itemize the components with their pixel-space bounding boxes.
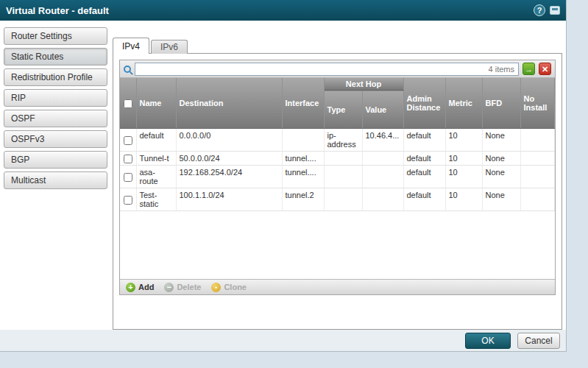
clone-icon bbox=[211, 283, 221, 292]
sidebar-item-static-routes[interactable]: Static Routes bbox=[4, 48, 107, 66]
cell-admin-distance: default bbox=[403, 166, 445, 188]
cell-checkbox bbox=[120, 129, 136, 152]
row-checkbox[interactable] bbox=[124, 136, 132, 145]
table-row[interactable]: default 0.0.0.0/0 ip-address 10.46.4... … bbox=[120, 129, 555, 152]
table-empty-area bbox=[120, 211, 555, 279]
cell-destination: 100.1.1.0/24 bbox=[176, 188, 282, 211]
cell-admin-distance: default bbox=[403, 152, 445, 166]
virtual-router-dialog: Virtual Router - default ? Router Settin… bbox=[0, 0, 567, 352]
sidebar-item-multicast[interactable]: Multicast bbox=[4, 171, 107, 189]
cell-value bbox=[362, 152, 403, 166]
search-bar: 4 items → ✕ bbox=[120, 60, 555, 78]
main-content: IPv4 IPv6 4 items → ✕ bbox=[110, 21, 566, 330]
table-row[interactable]: Tunnel-t 50.0.0.0/24 tunnel.... default … bbox=[120, 152, 555, 166]
col-header-metric[interactable]: Metric bbox=[445, 78, 482, 129]
cell-interface: tunnel.2 bbox=[282, 188, 324, 211]
static-routes-panel: 4 items → ✕ Name Desti bbox=[113, 53, 562, 330]
titlebar-icons: ? bbox=[534, 4, 560, 16]
cancel-button[interactable]: Cancel bbox=[517, 333, 560, 349]
static-routes-table: Name Destination Interface Next Hop Admi… bbox=[120, 78, 555, 211]
dialog-footer: OK Cancel bbox=[0, 330, 566, 351]
minimize-icon[interactable] bbox=[550, 6, 560, 15]
cell-interface bbox=[282, 129, 324, 152]
ip-version-tabs: IPv4 IPv6 bbox=[113, 38, 189, 54]
sidebar-item-redistribution-profile[interactable]: Redistribution Profile bbox=[4, 68, 107, 86]
cell-interface: tunnel.... bbox=[282, 166, 324, 188]
cell-bfd: None bbox=[482, 129, 520, 152]
cell-destination: 50.0.0.0/24 bbox=[176, 152, 282, 166]
search-input-wrap: 4 items bbox=[135, 63, 519, 76]
tab-ipv4[interactable]: IPv4 bbox=[113, 38, 149, 54]
col-header-destination[interactable]: Destination bbox=[176, 78, 282, 129]
sidebar-item-rip[interactable]: RIP bbox=[4, 89, 107, 107]
col-header-no-install[interactable]: No Install bbox=[520, 78, 555, 129]
search-input[interactable] bbox=[135, 63, 519, 76]
dialog-title: Virtual Router - default bbox=[6, 5, 109, 16]
cell-checkbox bbox=[120, 166, 136, 188]
col-header-interface[interactable]: Interface bbox=[282, 78, 324, 129]
tab-ipv6[interactable]: IPv6 bbox=[151, 40, 188, 54]
cell-metric: 10 bbox=[445, 188, 482, 211]
add-label: Add bbox=[138, 283, 154, 291]
col-header-admin-distance[interactable]: Admin Distance bbox=[403, 78, 445, 129]
cell-value bbox=[362, 188, 403, 211]
cell-bfd: None bbox=[482, 152, 520, 166]
cell-metric: 10 bbox=[445, 166, 482, 188]
cell-name: Test-static bbox=[136, 188, 176, 211]
search-icon[interactable] bbox=[124, 66, 131, 73]
cell-admin-distance: default bbox=[403, 129, 445, 152]
add-button[interactable]: Add bbox=[126, 283, 154, 292]
cell-no-install bbox=[520, 166, 555, 188]
sidebar-item-bgp[interactable]: BGP bbox=[4, 151, 107, 169]
cell-name: asa-route bbox=[136, 166, 176, 188]
sidebar-item-ospfv3[interactable]: OSPFv3 bbox=[4, 130, 107, 148]
cell-no-install bbox=[520, 188, 555, 211]
clear-filter-button[interactable]: ✕ bbox=[539, 63, 551, 75]
select-all-cell bbox=[120, 78, 136, 129]
table-toolbar: Add Delete Clone bbox=[120, 279, 555, 294]
row-checkbox[interactable] bbox=[124, 155, 132, 163]
delete-label: Delete bbox=[177, 283, 201, 291]
ok-button[interactable]: OK bbox=[465, 333, 511, 349]
delete-button[interactable]: Delete bbox=[164, 283, 201, 292]
routes-table-container: 4 items → ✕ Name Desti bbox=[119, 60, 556, 295]
table-row[interactable]: asa-route 192.168.254.0/24 tunnel.... de… bbox=[120, 166, 555, 188]
cell-type bbox=[324, 166, 362, 188]
cell-metric: 10 bbox=[445, 152, 482, 166]
cell-type: ip-address bbox=[324, 129, 362, 152]
cell-value: 10.46.4... bbox=[362, 129, 403, 152]
delete-icon bbox=[164, 283, 174, 292]
cell-type bbox=[324, 188, 362, 211]
sidebar-item-router-settings[interactable]: Router Settings bbox=[4, 27, 107, 45]
cell-admin-distance: default bbox=[403, 188, 445, 211]
sidebar-item-ospf[interactable]: OSPF bbox=[4, 110, 107, 127]
cell-destination: 192.168.254.0/24 bbox=[176, 166, 282, 188]
col-header-name[interactable]: Name bbox=[136, 78, 176, 129]
cell-interface: tunnel.... bbox=[282, 152, 324, 166]
cell-type bbox=[324, 152, 362, 166]
row-checkbox[interactable] bbox=[124, 196, 132, 205]
cell-name: Tunnel-t bbox=[136, 152, 176, 166]
cell-name: default bbox=[136, 129, 176, 152]
dialog-titlebar: Virtual Router - default ? bbox=[0, 0, 566, 21]
select-all-checkbox[interactable] bbox=[124, 99, 132, 108]
col-header-bfd[interactable]: BFD bbox=[482, 78, 520, 129]
table-row[interactable]: Test-static 100.1.1.0/24 tunnel.2 defaul… bbox=[120, 188, 555, 211]
clone-button[interactable]: Clone bbox=[211, 283, 247, 292]
cell-no-install bbox=[520, 129, 555, 152]
col-header-next-hop: Next Hop bbox=[324, 78, 403, 91]
cell-destination: 0.0.0.0/0 bbox=[176, 129, 282, 152]
cell-bfd: None bbox=[482, 188, 520, 211]
row-checkbox[interactable] bbox=[124, 173, 132, 182]
sidebar: Router Settings Static Routes Redistribu… bbox=[0, 21, 110, 330]
add-icon bbox=[126, 283, 135, 292]
col-header-type[interactable]: Type bbox=[324, 91, 362, 129]
cell-checkbox bbox=[120, 152, 136, 166]
help-icon[interactable]: ? bbox=[534, 4, 545, 16]
cell-no-install bbox=[520, 152, 555, 166]
clone-label: Clone bbox=[224, 283, 247, 291]
apply-filter-button[interactable]: → bbox=[523, 63, 535, 75]
cell-checkbox bbox=[120, 188, 136, 211]
col-header-value[interactable]: Value bbox=[362, 91, 403, 129]
cell-bfd: None bbox=[482, 166, 520, 188]
